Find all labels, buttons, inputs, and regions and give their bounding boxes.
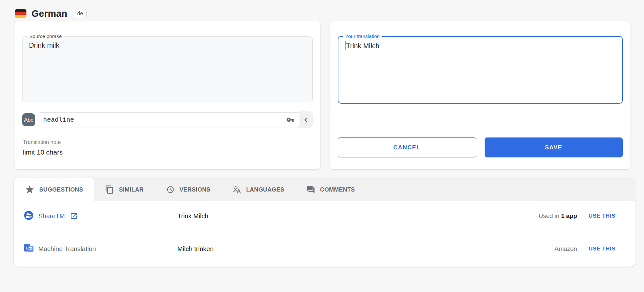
forum-icon xyxy=(306,185,315,194)
german-flag-icon xyxy=(15,9,26,18)
save-button[interactable]: SAVE xyxy=(485,137,623,157)
translation-card: Your translation Trink Milch CANCEL SAVE xyxy=(330,21,630,169)
tab-suggestions[interactable]: SUGGESTIONS xyxy=(14,178,94,201)
key-name-input[interactable]: headline xyxy=(38,112,300,127)
language-code-badge: de xyxy=(74,9,87,18)
page-title: German xyxy=(32,8,67,19)
google-translate-icon: G xyxy=(24,243,34,255)
open-in-new-icon[interactable] xyxy=(70,212,78,220)
suggestions-panel: SUGGESTIONS SIMILAR VERSIONS LANGUAGES C xyxy=(14,178,635,267)
your-translation-textarea[interactable]: Trink Milch xyxy=(338,39,622,51)
suggestion-text: Trink Milch xyxy=(177,212,539,220)
string-type-badge: Abc xyxy=(22,113,35,126)
source-phrase-field: Source phrase Drink milk xyxy=(22,33,313,103)
suggestion-row-sharetm: ShareTM Trink Milch Used in 1 app USE TH… xyxy=(14,201,635,231)
your-translation-field[interactable]: Your translation Trink Milch xyxy=(338,33,623,104)
use-this-button[interactable]: USE THIS xyxy=(589,213,620,219)
language-header: German de xyxy=(0,0,644,20)
source-card: Source phrase Drink milk Abc headline Tr… xyxy=(14,21,320,169)
translation-note-label: Translation note xyxy=(22,139,313,145)
translation-actions: CANCEL SAVE xyxy=(338,137,623,157)
source-phrase-textarea[interactable]: Drink milk xyxy=(23,39,312,50)
copy-icon xyxy=(105,185,114,194)
use-this-button[interactable]: USE THIS xyxy=(589,246,620,252)
chevron-left-icon xyxy=(302,116,310,124)
tab-bar: SUGGESTIONS SIMILAR VERSIONS LANGUAGES C xyxy=(14,178,635,201)
scrollbar-track xyxy=(304,40,304,102)
key-row: Abc headline xyxy=(22,111,313,128)
text-cursor xyxy=(345,41,346,50)
tab-languages[interactable]: LANGUAGES xyxy=(221,178,295,201)
tab-similar[interactable]: SIMILAR xyxy=(94,178,155,201)
suggestion-source[interactable]: ShareTM xyxy=(24,210,177,222)
key-icon[interactable] xyxy=(286,116,295,124)
editor-cards: Source phrase Drink milk Abc headline Tr… xyxy=(0,21,644,169)
tab-versions[interactable]: VERSIONS xyxy=(155,178,221,201)
suggestion-meta: Used in 1 app xyxy=(539,212,577,220)
star-icon xyxy=(25,185,34,194)
suggestion-rows: ShareTM Trink Milch Used in 1 app USE TH… xyxy=(14,201,635,267)
your-translation-label: Your translation xyxy=(343,33,382,39)
suggestion-meta: Amazon xyxy=(554,245,577,252)
suggestion-text: Milch trinken xyxy=(177,245,554,253)
people-circle-icon xyxy=(24,210,34,222)
translate-icon xyxy=(232,185,241,194)
cancel-button[interactable]: CANCEL xyxy=(338,137,476,157)
translation-note-value: limit 10 chars xyxy=(22,148,313,156)
suggestion-row-machine-translation: G Machine Translation Milch trinken Amaz… xyxy=(14,231,635,267)
history-icon xyxy=(166,185,175,194)
source-phrase-label: Source phrase xyxy=(27,33,64,39)
tab-comments[interactable]: COMMENTS xyxy=(295,178,366,201)
suggestion-source: G Machine Translation xyxy=(24,243,177,255)
